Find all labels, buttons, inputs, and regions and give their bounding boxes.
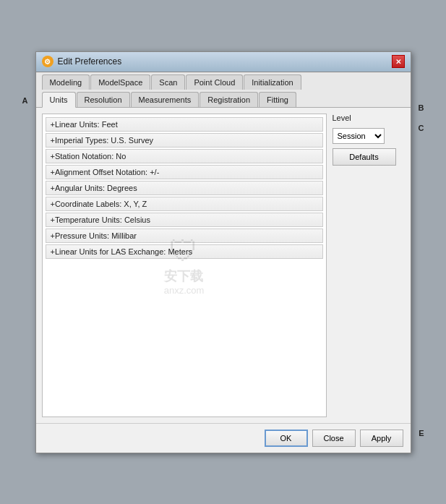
sidebar-panel: Level Session User Project Defaults <box>333 114 405 417</box>
pref-item-5[interactable]: +Coordinate Labels: X, Y, Z <box>46 197 323 211</box>
tab-modelspace[interactable]: ModelSpace <box>90 74 150 90</box>
tab-area-row1: Modeling ModelSpace Scan Point Cloud Ini… <box>36 72 411 108</box>
window-title: Edit Preferences <box>58 56 122 67</box>
pref-item-1[interactable]: +Imperial Types: U.S. Survey <box>46 133 323 148</box>
bottom-bar: OK Close Apply <box>36 423 411 453</box>
label-a: A <box>22 96 28 105</box>
pref-item-4[interactable]: +Angular Units: Degrees <box>46 181 323 195</box>
tab-row-2: Units Resolution Measurements Registrati… <box>42 90 405 107</box>
tab-modeling[interactable]: Modeling <box>42 74 90 90</box>
pref-item-2[interactable]: +Station Notation: No <box>46 149 323 163</box>
close-dialog-button[interactable]: Close <box>312 430 356 447</box>
defaults-button[interactable]: Defaults <box>333 148 396 166</box>
title-bar-left: ⚙ Edit Preferences <box>42 56 122 67</box>
apply-button[interactable]: Apply <box>360 430 403 447</box>
close-button[interactable]: ✕ <box>392 55 405 68</box>
dialog-window: ⚙ Edit Preferences ✕ Modeling ModelSpace… <box>35 51 411 453</box>
window-icon: ⚙ <box>42 56 53 67</box>
level-select-wrap: Session User Project <box>333 128 405 144</box>
tab-point-cloud[interactable]: Point Cloud <box>186 74 243 90</box>
tab-initialization[interactable]: Initialization <box>244 74 301 90</box>
main-content: 🛡 安下载 anxz.com +Linear Units: Feet +Impe… <box>36 108 411 423</box>
title-bar: ⚙ Edit Preferences ✕ <box>36 52 411 72</box>
label-e: E <box>419 429 424 437</box>
pref-item-6[interactable]: +Temperature Units: Celsius <box>46 213 323 227</box>
level-select[interactable]: Session User Project <box>333 128 385 144</box>
level-label: Level <box>333 114 405 122</box>
tab-scan[interactable]: Scan <box>151 74 185 90</box>
preferences-panel: 🛡 安下载 anxz.com +Linear Units: Feet +Impe… <box>42 114 327 417</box>
tab-registration[interactable]: Registration <box>200 92 258 107</box>
tab-row-1: Modeling ModelSpace Scan Point Cloud Ini… <box>42 72 405 90</box>
watermark-text2: anxz.com <box>164 285 205 296</box>
pref-item-0[interactable]: +Linear Units: Feet <box>46 117 323 132</box>
label-c: C <box>419 124 424 132</box>
tab-resolution[interactable]: Resolution <box>77 92 130 107</box>
tab-measurements[interactable]: Measurements <box>131 92 200 107</box>
pref-item-7[interactable]: +Pressure Units: Millibar <box>46 228 323 243</box>
tab-fitting[interactable]: Fitting <box>259 92 296 107</box>
ok-button[interactable]: OK <box>265 430 308 447</box>
pref-item-8[interactable]: +Linear Units for LAS Exchange: Meters <box>46 244 323 259</box>
watermark-text1: 安下载 <box>164 268 205 285</box>
label-b: B <box>419 103 424 112</box>
tab-units[interactable]: Units <box>42 92 76 108</box>
pref-item-3[interactable]: +Alignment Offset Notation: +/- <box>46 165 323 179</box>
